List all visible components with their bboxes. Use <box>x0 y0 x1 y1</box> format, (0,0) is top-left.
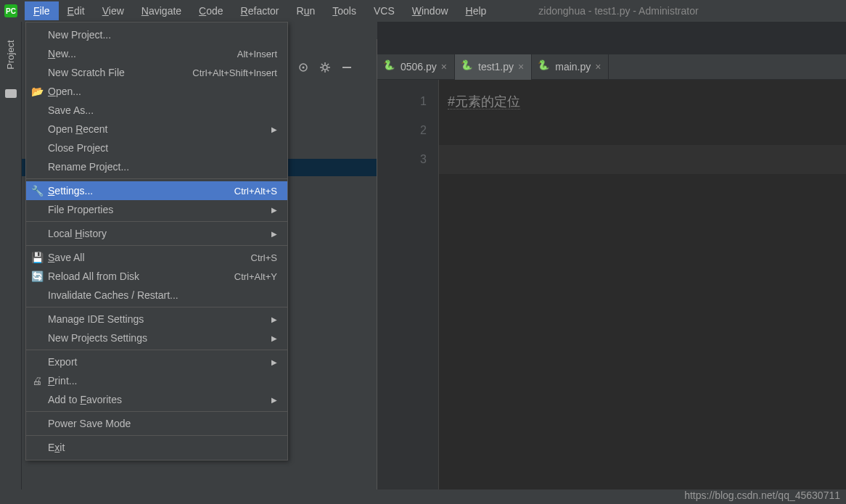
menu-item-new-project[interactable]: New Project... <box>26 25 287 44</box>
print-icon: 🖨 <box>32 376 42 386</box>
submenu-arrow-icon: ▶ <box>271 206 277 214</box>
menu-item-label: Print... <box>48 375 77 387</box>
menu-separator <box>26 178 287 179</box>
tab-main-py[interactable]: main.py× <box>532 54 609 80</box>
menu-item-power-save-mode[interactable]: Power Save Mode <box>26 414 287 433</box>
code-line: #元素的定位 <box>448 94 520 110</box>
menu-item-manage-ide-settings[interactable]: Manage IDE Settings▶ <box>26 310 287 329</box>
menu-item-label: New... <box>48 48 76 59</box>
wrench-icon: 🔧 <box>32 186 42 196</box>
line-number: 2 <box>377 116 427 145</box>
menu-item-add-to-favorites[interactable]: Add to Favorites▶ <box>26 390 287 409</box>
menu-item-label: Manage IDE Settings <box>48 313 144 325</box>
menu-view[interactable]: View <box>94 1 133 20</box>
shortcut: Ctrl+Alt+Shift+Insert <box>192 67 277 78</box>
menu-vcs[interactable]: VCS <box>365 1 403 20</box>
save-icon: 💾 <box>32 252 42 263</box>
shortcut: Ctrl+Alt+Y <box>234 271 277 282</box>
menu-help[interactable]: Help <box>457 1 496 20</box>
line-number: 3 <box>377 145 427 174</box>
code-content[interactable]: #元素的定位 <box>439 80 846 489</box>
line-gutter: 1 2 3 <box>377 80 439 489</box>
menu-file[interactable]: File <box>25 1 59 20</box>
menu-run[interactable]: Run <box>288 1 324 20</box>
svg-point-2 <box>323 65 327 70</box>
menu-refactor[interactable]: Refactor <box>232 1 288 20</box>
menu-item-label: Settings... <box>48 185 93 197</box>
menu-item-reload-all-from-disk[interactable]: 🔄Reload All from DiskCtrl+Alt+Y <box>26 267 287 286</box>
menu-item-print[interactable]: 🖨Print... <box>26 371 287 390</box>
menu-item-label: Local History <box>48 228 107 239</box>
menu-edit[interactable]: Edit <box>59 1 94 20</box>
shortcut: Ctrl+S <box>251 252 277 263</box>
menu-tools[interactable]: Tools <box>324 1 365 20</box>
menu-item-open-recent[interactable]: Open Recent▶ <box>26 120 287 139</box>
menu-item-open[interactable]: 📂Open... <box>26 82 287 101</box>
menu-item-label: Open Recent <box>48 123 108 135</box>
submenu-arrow-icon: ▶ <box>271 396 277 404</box>
menu-item-label: Close Project <box>48 142 108 154</box>
folder-icon[interactable] <box>5 89 17 98</box>
folder-icon: 📂 <box>32 86 42 96</box>
menu-code[interactable]: Code <box>190 1 231 20</box>
menu-separator <box>26 350 287 350</box>
menu-item-save-all[interactable]: 💾Save AllCtrl+S <box>26 248 287 267</box>
python-file-icon <box>462 61 474 73</box>
shortcut: Ctrl+Alt+S <box>234 186 277 197</box>
file-menu-dropdown: New Project...New...Alt+InsertNew Scratc… <box>25 22 288 460</box>
menu-item-invalidate-caches-restart[interactable]: Invalidate Caches / Restart... <box>26 286 287 305</box>
close-icon[interactable]: × <box>595 61 601 73</box>
minimize-icon[interactable] <box>341 62 353 73</box>
python-file-icon <box>539 61 551 73</box>
menu-window[interactable]: Window <box>403 1 457 20</box>
reload-icon: 🔄 <box>32 271 42 281</box>
tab-label: 0506.py <box>401 61 437 73</box>
submenu-arrow-icon: ▶ <box>271 358 277 366</box>
close-icon[interactable]: × <box>518 61 524 73</box>
menu-item-new[interactable]: New...Alt+Insert <box>26 44 287 63</box>
menu-item-close-project[interactable]: Close Project <box>26 139 287 157</box>
menu-item-label: New Project... <box>48 29 111 41</box>
tab-test1-py[interactable]: test1.py× <box>455 54 532 80</box>
window-title: zidonghua - test1.py - Administrator <box>538 5 698 17</box>
menu-item-label: File Properties <box>48 204 113 215</box>
menu-item-settings[interactable]: 🔧Settings...Ctrl+Alt+S <box>26 181 287 200</box>
menu-item-save-as[interactable]: Save As... <box>26 101 287 120</box>
submenu-arrow-icon: ▶ <box>271 125 277 133</box>
submenu-arrow-icon: ▶ <box>271 315 277 323</box>
svg-point-1 <box>303 66 305 68</box>
pycharm-icon: PC <box>4 4 17 17</box>
line-number: 1 <box>377 87 427 116</box>
menu-item-label: Rename Project... <box>48 161 129 173</box>
editor-tabs: 0506.py×test1.py×main.py× <box>377 54 846 80</box>
gear-icon[interactable] <box>319 62 331 73</box>
shortcut: Alt+Insert <box>237 49 277 59</box>
menu-item-new-projects-settings[interactable]: New Projects Settings▶ <box>26 329 287 347</box>
menu-item-new-scratch-file[interactable]: New Scratch FileCtrl+Alt+Shift+Insert <box>26 63 287 82</box>
current-line-highlight <box>439 145 846 174</box>
submenu-arrow-icon: ▶ <box>271 334 277 342</box>
menu-item-file-properties[interactable]: File Properties▶ <box>26 200 287 219</box>
menu-item-label: Power Save Mode <box>48 418 131 429</box>
menu-item-label: New Projects Settings <box>48 332 147 344</box>
menu-separator <box>26 435 287 436</box>
tool-buttons <box>289 54 361 80</box>
project-tool-label[interactable]: Project <box>5 40 16 69</box>
editor-area[interactable]: 1 2 3 #元素的定位 <box>377 80 846 489</box>
menu-item-local-history[interactable]: Local History▶ <box>26 224 287 243</box>
menu-item-label: New Scratch File <box>48 67 125 78</box>
menu-item-export[interactable]: Export▶ <box>26 352 287 371</box>
tab-0506-py[interactable]: 0506.py× <box>377 54 455 80</box>
menu-item-rename-project[interactable]: Rename Project... <box>26 157 287 176</box>
menu-item-label: Open... <box>48 86 81 97</box>
target-icon[interactable] <box>297 62 309 73</box>
menu-item-label: Export <box>48 356 77 368</box>
menu-navigate[interactable]: Navigate <box>133 1 190 20</box>
svg-rect-3 <box>342 67 351 68</box>
menu-separator <box>26 245 287 246</box>
close-icon[interactable]: × <box>441 61 447 73</box>
tab-label: test1.py <box>478 61 514 73</box>
menu-item-exit[interactable]: Exit <box>26 438 287 457</box>
tab-label: main.py <box>555 61 591 73</box>
menu-item-label: Invalidate Caches / Restart... <box>48 289 178 301</box>
